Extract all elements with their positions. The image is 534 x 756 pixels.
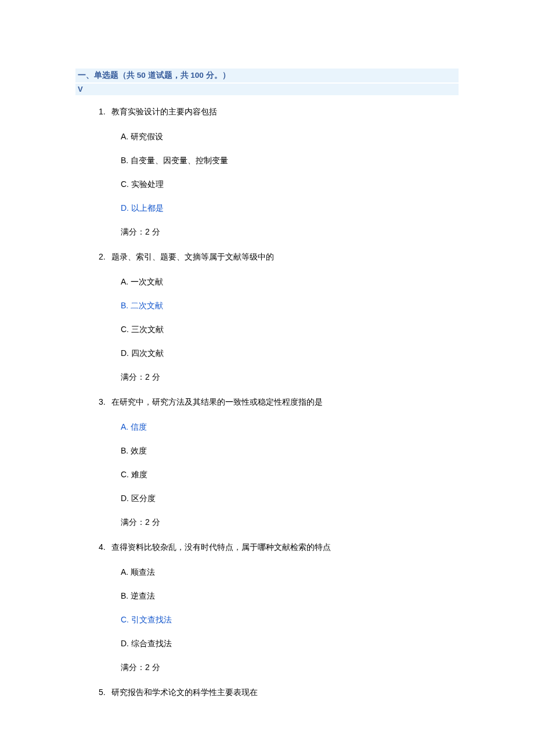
- option-text: 顺查法: [131, 567, 155, 577]
- option-label: C.: [121, 470, 129, 479]
- question-block: 3.在研究中，研究方法及其结果的一致性或稳定性程度指的是A. 信度B. 效度C.…: [99, 396, 459, 528]
- question-stem: 1.教育实验设计的主要内容包括: [99, 106, 459, 118]
- option-label: B.: [121, 301, 128, 310]
- full-score-label: 满分：2 分: [121, 516, 459, 528]
- option-text: 研究假设: [131, 132, 163, 141]
- option-item: C. 引文查找法: [121, 614, 459, 626]
- option-label: B.: [121, 156, 128, 165]
- option-label: D.: [121, 494, 129, 503]
- options-list: A. 研究假设B. 自变量、因变量、控制变量C. 实验处理D. 以上都是: [121, 131, 459, 214]
- option-text: 区分度: [131, 494, 156, 503]
- check-mark: V: [78, 85, 83, 93]
- question-number: 1.: [99, 106, 111, 118]
- question-text: 题录、索引、题要、文摘等属于文献等级中的: [111, 251, 274, 263]
- option-item: B. 二次文献: [121, 300, 459, 312]
- option-label: C.: [121, 615, 129, 624]
- option-label: C.: [121, 325, 129, 334]
- option-text: 实验处理: [131, 179, 164, 189]
- title-mid: 道试题，共: [146, 71, 191, 80]
- question-stem: 4.查得资料比较杂乱，没有时代特点，属于哪种文献检索的特点: [99, 541, 459, 553]
- option-item: B. 自变量、因变量、控制变量: [121, 154, 459, 167]
- option-label: D.: [121, 348, 129, 358]
- question-block: 1.教育实验设计的主要内容包括A. 研究假设B. 自变量、因变量、控制变量C. …: [99, 106, 459, 238]
- title-suffix: 分。）: [204, 71, 230, 80]
- option-text: 综合查找法: [131, 639, 172, 648]
- question-block: 2.题录、索引、题要、文摘等属于文献等级中的A. 一次文献B. 二次文献C. 三…: [99, 251, 459, 383]
- question-number: 2.: [99, 251, 111, 263]
- section-check-row: V: [75, 84, 459, 95]
- option-item: A. 一次文献: [121, 276, 459, 288]
- option-text: 一次文献: [131, 277, 163, 286]
- question-block: 5.研究报告和学术论文的科学性主要表现在: [99, 686, 459, 699]
- option-text: 难度: [131, 470, 147, 479]
- question-text: 在研究中，研究方法及其结果的一致性或稳定性程度指的是: [111, 396, 323, 408]
- option-label: B.: [121, 446, 128, 455]
- section-header: 一、单选题（共 50 道试题，共 100 分。）: [75, 69, 459, 82]
- option-label: A.: [121, 422, 128, 431]
- option-text: 以上都是: [131, 203, 164, 213]
- option-item: A. 研究假设: [121, 131, 459, 143]
- option-label: B.: [121, 591, 128, 600]
- option-text: 四次文献: [131, 348, 164, 358]
- section-title: 一、单选题（共 50 道试题，共 100 分。）: [78, 71, 230, 80]
- question-number: 4.: [99, 541, 111, 553]
- option-item: D. 区分度: [121, 492, 459, 505]
- option-text: 引文查找法: [131, 615, 172, 624]
- options-list: A. 一次文献B. 二次文献C. 三次文献D. 四次文献: [121, 276, 459, 359]
- option-item: B. 效度: [121, 445, 459, 457]
- option-item: A. 顺查法: [121, 566, 459, 578]
- question-number: 5.: [99, 686, 111, 699]
- question-text: 教育实验设计的主要内容包括: [111, 106, 217, 118]
- option-label: A.: [121, 132, 128, 141]
- questions-container: 1.教育实验设计的主要内容包括A. 研究假设B. 自变量、因变量、控制变量C. …: [75, 106, 459, 699]
- total-score: 100: [190, 71, 204, 80]
- option-item: B. 逆查法: [121, 590, 459, 602]
- option-label: D.: [121, 203, 129, 213]
- option-text: 信度: [131, 422, 147, 431]
- full-score-label: 满分：2 分: [121, 371, 459, 383]
- option-text: 二次文献: [131, 301, 163, 310]
- option-label: C.: [121, 179, 129, 189]
- option-label: A.: [121, 277, 128, 286]
- question-text: 查得资料比较杂乱，没有时代特点，属于哪种文献检索的特点: [111, 541, 331, 553]
- option-item: C. 难度: [121, 469, 459, 481]
- option-item: C. 实验处理: [121, 178, 459, 190]
- question-block: 4.查得资料比较杂乱，没有时代特点，属于哪种文献检索的特点A. 顺查法B. 逆查…: [99, 541, 459, 674]
- option-label: D.: [121, 639, 129, 648]
- options-list: A. 信度B. 效度C. 难度D. 区分度: [121, 421, 459, 505]
- document-page: 一、单选题（共 50 道试题，共 100 分。） V 1.教育实验设计的主要内容…: [0, 0, 534, 746]
- options-list: A. 顺查法B. 逆查法C. 引文查找法D. 综合查找法: [121, 566, 459, 650]
- option-text: 逆查法: [131, 591, 155, 600]
- question-stem: 5.研究报告和学术论文的科学性主要表现在: [99, 686, 459, 699]
- option-text: 效度: [131, 446, 147, 455]
- option-text: 自变量、因变量、控制变量: [131, 156, 228, 165]
- full-score-label: 满分：2 分: [121, 661, 459, 674]
- title-prefix: 一、单选题（共: [78, 71, 137, 80]
- option-item: D. 综合查找法: [121, 638, 459, 650]
- full-score-label: 满分：2 分: [121, 226, 459, 238]
- question-stem: 3.在研究中，研究方法及其结果的一致性或稳定性程度指的是: [99, 396, 459, 408]
- question-count: 50: [137, 71, 146, 80]
- option-item: D. 以上都是: [121, 202, 459, 214]
- question-stem: 2.题录、索引、题要、文摘等属于文献等级中的: [99, 251, 459, 263]
- question-text: 研究报告和学术论文的科学性主要表现在: [111, 686, 258, 699]
- option-item: D. 四次文献: [121, 347, 459, 359]
- option-item: A. 信度: [121, 421, 459, 433]
- option-label: A.: [121, 567, 128, 577]
- question-number: 3.: [99, 396, 111, 408]
- option-item: C. 三次文献: [121, 323, 459, 336]
- option-text: 三次文献: [131, 325, 164, 334]
